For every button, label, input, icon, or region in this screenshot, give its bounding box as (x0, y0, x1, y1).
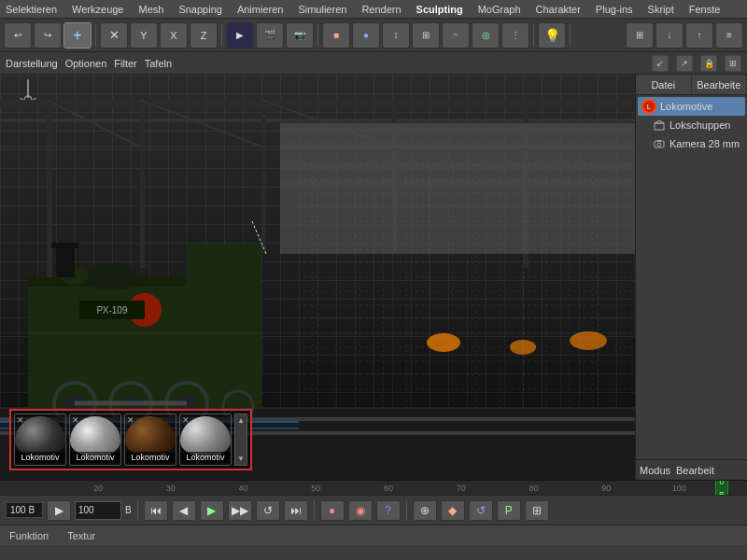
vp-icon-grid[interactable]: ⊞ (725, 55, 741, 72)
svg-rect-6 (261, 100, 266, 249)
viewport-settings[interactable]: ≡ (715, 22, 743, 49)
menu-charakter[interactable]: Charakter (534, 4, 583, 15)
redo-button[interactable]: ↪ (34, 22, 62, 49)
menu-rendern[interactable]: Rendern (359, 4, 402, 15)
dynamics-tool[interactable]: ⋮ (501, 22, 529, 49)
camera-tool[interactable]: 📷 (286, 22, 314, 49)
vp-icon-down[interactable]: ↙ (652, 55, 669, 72)
swatch-4[interactable]: ✕ Lokomotiv (179, 413, 232, 466)
fps-input[interactable] (75, 501, 121, 520)
mode-label-modus[interactable]: Modus (640, 465, 670, 476)
menu-plugins[interactable]: Plug-ins (594, 4, 635, 15)
swatch-3[interactable]: ✕ Lokomotiv (124, 413, 176, 466)
bottom-controls: 100 B ▶ B ⏮ ◀ ▶ ▶▶ ↺ ⏭ ● ◉ ? ⊕ ◆ ↺ P ⊞ (0, 495, 747, 525)
viewport-toggle1[interactable]: ↓ (655, 22, 684, 49)
tree-item-kamera[interactable]: Kamera 28 mm (638, 134, 745, 153)
ruler-60: 60 (352, 483, 425, 493)
spline-tool[interactable]: ~ (442, 22, 470, 49)
ruler-70: 70 (425, 483, 498, 493)
keyframe-record-button[interactable]: ◉ (348, 500, 373, 521)
skip-start-button[interactable]: ⏮ (144, 500, 168, 521)
svg-point-73 (427, 333, 460, 352)
menu-mograph[interactable]: MoGraph (476, 4, 523, 15)
menu-fenster[interactable]: Fenste (687, 4, 723, 15)
right-panel: Datei Bearbeite L Lokomotive Lokschuppe (635, 75, 747, 480)
vp-icon-up[interactable]: ↗ (676, 55, 693, 72)
anim-button[interactable]: ↺ (469, 500, 493, 521)
svg-rect-16 (280, 179, 635, 187)
menu-tafeln[interactable]: Tafeln (145, 58, 172, 69)
svg-text:РХ-109: РХ-109 (97, 305, 128, 315)
sep4 (533, 24, 534, 47)
swatch-x-4: ✕ (182, 415, 190, 425)
light-tool[interactable]: 💡 (538, 22, 566, 49)
play-forward-button[interactable]: ▶▶ (228, 500, 252, 521)
viewport-toggle2[interactable]: ↑ (685, 22, 713, 49)
swatch-x-2: ✕ (72, 415, 79, 425)
timeline-tool[interactable]: ▶ (226, 22, 254, 49)
material-swatches: ✕ Lokomotiv ✕ Lokomotiv ✕ Lokomotiv (9, 409, 252, 470)
record-button[interactable]: ● (320, 500, 345, 521)
help-button[interactable]: ? (376, 500, 401, 521)
svg-rect-83 (657, 140, 661, 142)
menu-mesh[interactable]: Mesh (136, 4, 165, 15)
swatch-2[interactable]: ✕ Lokomotiv (69, 413, 121, 466)
menu-filter[interactable]: Filter (114, 58, 136, 69)
menu-simulieren[interactable]: Simulieren (296, 4, 348, 15)
ruler-50: 50 (279, 483, 352, 493)
scale-tool[interactable]: Z (190, 22, 218, 49)
scroll-down-arrow[interactable]: ▼ (237, 455, 245, 463)
nav-button[interactable]: ⊕ (413, 500, 437, 521)
tab-funktion[interactable]: Funktion (6, 528, 52, 543)
play-button[interactable]: ▶ (200, 500, 224, 521)
grid-button[interactable]: ⊞ (525, 500, 549, 521)
undo-button[interactable]: ↩ (4, 22, 32, 49)
sphere-tool[interactable]: ● (352, 22, 380, 49)
tree-item-lokomotive[interactable]: L Lokomotive (638, 97, 745, 116)
play-loop-button[interactable]: ↺ (256, 500, 280, 521)
menu-sculpting[interactable]: Sculpting (415, 4, 465, 15)
tab-datei[interactable]: Datei (636, 75, 692, 94)
toolbar: ↩ ↪ + ✕ Y X Z ▶ 🎬 📷 ■ ● ↕ ⊞ ~ ◎ ⋮ 💡 ⊞ ↓ … (0, 19, 747, 52)
svg-point-82 (657, 143, 661, 147)
swatch-1[interactable]: ✕ Lokomotiv (14, 413, 66, 466)
tab-bearbeite[interactable]: Bearbeite (692, 75, 748, 94)
object-tree: L Lokomotive Lokschuppen (636, 95, 747, 459)
viewport-bg: РХ-109 (0, 75, 635, 480)
menu-werkzeuge[interactable]: Werkzeuge (70, 4, 125, 15)
step-back-button[interactable]: ◀ (172, 500, 196, 521)
menu-optionen[interactable]: Optionen (65, 58, 107, 69)
vp-icon-lock[interactable]: 🔒 (700, 55, 717, 72)
keyframe-tool[interactable]: 🎬 (256, 22, 284, 49)
select-tool[interactable]: ✕ (100, 22, 128, 49)
new-button[interactable]: + (63, 22, 92, 49)
tab-textur[interactable]: Textur (63, 528, 99, 543)
bend-tool[interactable]: ↕ (382, 22, 410, 49)
move-tool[interactable]: Y (130, 22, 158, 49)
rotate-tool[interactable]: X (160, 22, 188, 49)
menu-snapping[interactable]: Snapping (176, 4, 224, 15)
swatch-label-1: Lokomotiv (15, 452, 65, 463)
menu-selektieren[interactable]: Selektieren (4, 4, 59, 15)
tree-label-lokomotive: Lokomotive (660, 101, 712, 112)
array-tool[interactable]: ⊞ (412, 22, 440, 49)
motion-button[interactable]: P (497, 500, 521, 521)
sep3 (317, 24, 318, 47)
sep5 (570, 24, 571, 47)
lokomotive-icon: L (641, 99, 656, 114)
menu-darstellung[interactable]: Darstellung (6, 58, 58, 69)
key-button[interactable]: ◆ (441, 500, 465, 521)
viewport-layout[interactable]: ⊞ (626, 22, 654, 49)
tree-item-lokschuppen[interactable]: Lokschuppen (638, 116, 745, 134)
tree-label-lokschuppen: Lokschuppen (669, 119, 730, 131)
skip-end-button[interactable]: ⏭ (284, 500, 308, 521)
nurbs-tool[interactable]: ◎ (472, 22, 500, 49)
swatch-x-1: ✕ (17, 415, 24, 425)
viewport[interactable]: РХ-109 (0, 75, 635, 480)
mode-label-bearbeit[interactable]: Bearbeit (676, 465, 714, 476)
menu-animieren[interactable]: Animieren (235, 4, 286, 15)
scroll-up-arrow[interactable]: ▲ (237, 416, 245, 425)
cube-tool[interactable]: ■ (322, 22, 350, 49)
menu-skript[interactable]: Skript (646, 4, 676, 15)
swatch-scrollbar[interactable]: ▲ ▼ (234, 413, 247, 466)
